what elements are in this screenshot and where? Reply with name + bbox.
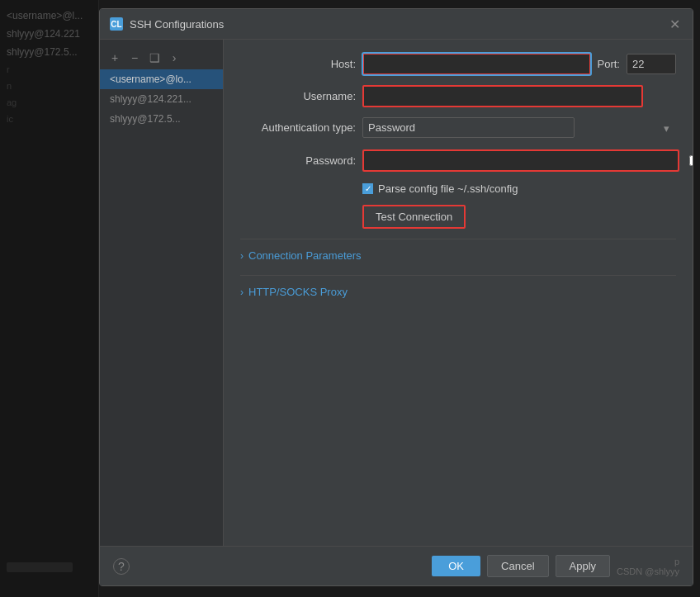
cancel-button[interactable]: Cancel [487, 555, 548, 577]
dialog-icon: CL [110, 17, 123, 31]
http-socks-title: HTTP/SOCKS Proxy [248, 286, 348, 298]
username-label: Username: [240, 90, 356, 102]
test-connection-button[interactable]: Test Connection [362, 205, 466, 229]
username-row: Username: [240, 85, 676, 107]
save-password-checkbox[interactable] [689, 155, 693, 166]
ok-button[interactable]: OK [432, 556, 480, 576]
connection-params-section: › Connection Parameters [240, 239, 676, 265]
connection-params-arrow: › [240, 250, 244, 262]
auth-type-select-wrapper: Password Key pair OpenSSH config and aut… [362, 117, 676, 138]
save-password-wrapper: Save password [689, 148, 693, 173]
test-connection-row: Test Connection [240, 205, 676, 229]
parse-config-row: ✓ Parse config file ~/.ssh/config [240, 182, 676, 195]
password-input-wrapper [362, 149, 679, 172]
sidebar-item-username[interactable]: <username>@lo... [100, 69, 223, 89]
connection-params-header[interactable]: › Connection Parameters [240, 246, 676, 265]
host-input[interactable] [362, 53, 591, 75]
password-row: Password: Save password [240, 148, 676, 173]
host-port-row: Host: Port: [240, 53, 676, 75]
dialog-sidebar: + − ❑ › <username>@lo... shlyyy@124.221.… [100, 40, 224, 546]
parse-config-label: Parse config file ~/.ssh/config [378, 182, 518, 195]
dialog-body: + − ❑ › <username>@lo... shlyyy@124.221.… [100, 40, 693, 546]
ssh-configurations-dialog: CL SSH Configurations ✕ + − ❑ › <usernam… [99, 8, 693, 586]
help-button[interactable]: ? [113, 558, 130, 575]
footer-credit: p CSDN @shlyyy [617, 557, 679, 576]
connection-params-title: Connection Parameters [248, 249, 362, 262]
credit-line1: p [617, 557, 679, 566]
port-label: Port: [598, 58, 620, 70]
auth-type-label: Authentication type: [240, 121, 356, 134]
close-button[interactable]: ✕ [666, 16, 683, 32]
copy-config-button[interactable]: ❑ [146, 50, 163, 66]
http-socks-arrow: › [240, 287, 244, 298]
host-label: Host: [240, 58, 356, 70]
dialog-titlebar: CL SSH Configurations ✕ [100, 9, 693, 40]
http-socks-section: › HTTP/SOCKS Proxy [240, 275, 676, 301]
parse-config-checkbox[interactable]: ✓ [362, 183, 373, 194]
credit-line2: CSDN @shlyyy [617, 566, 679, 576]
auth-type-select[interactable]: Password Key pair OpenSSH config and aut… [362, 117, 575, 138]
dialog-footer: ? OK Cancel Apply p CSDN @shlyyy [100, 546, 693, 585]
auth-type-row: Authentication type: Password Key pair O… [240, 117, 676, 138]
sidebar-toolbar: + − ❑ › [100, 46, 223, 69]
sidebar-item-shlyyy2[interactable]: shlyyy@172.5... [100, 109, 223, 129]
http-socks-header[interactable]: › HTTP/SOCKS Proxy [240, 282, 676, 301]
dialog-title: SSH Configurations [130, 18, 224, 31]
dialog-title-left: CL SSH Configurations [110, 17, 224, 31]
expand-config-button[interactable]: › [166, 50, 182, 66]
password-input[interactable] [364, 151, 678, 170]
password-label: Password: [240, 154, 356, 167]
username-input[interactable] [362, 85, 643, 107]
dialog-content: Host: Port: Username: Authentication typ… [224, 40, 693, 546]
sidebar-item-shlyyy1[interactable]: shlyyy@124.221... [100, 89, 223, 109]
apply-button[interactable]: Apply [556, 555, 611, 577]
add-config-button[interactable]: + [106, 50, 123, 66]
footer-buttons: OK Cancel Apply p CSDN @shlyyy [432, 555, 679, 577]
remove-config-button[interactable]: − [126, 50, 143, 66]
port-input[interactable] [627, 54, 676, 74]
